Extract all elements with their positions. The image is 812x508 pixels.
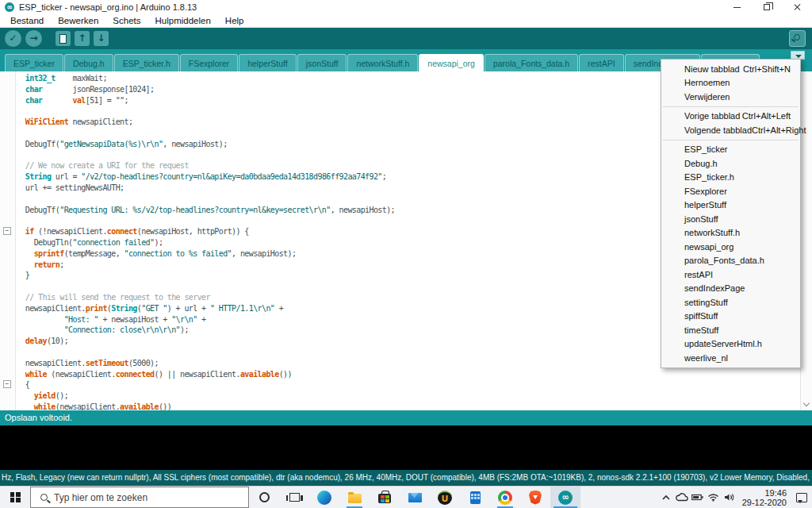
board-info-bar: Hz, Flash, Legacy (new can return nullpt…	[0, 470, 812, 486]
context-menu-item-sendIndexPage[interactable]: sendIndexPage	[661, 282, 800, 296]
file-explorer-button[interactable]	[339, 487, 370, 508]
context-menu-item-ESP_ticker[interactable]: ESP_ticker	[661, 143, 800, 157]
mail-button[interactable]	[400, 487, 430, 508]
status-message: Opslaan voltooid.	[5, 413, 72, 422]
context-menu-item-Debug.h[interactable]: Debug.h	[661, 156, 800, 171]
context-menu-item-weerlive_nl[interactable]: weerlive_nl	[661, 351, 800, 365]
status-bar: Opslaan voltooid.	[0, 410, 812, 425]
battery-tray-button[interactable]	[690, 494, 706, 501]
context-menu-item-parola_Fonts_data.h[interactable]: parola_Fonts_data.h	[661, 254, 800, 268]
arduino-ide-window: ∞ ESP_ticker - newsapi_org.ino | Arduino…	[0, 0, 812, 508]
utorrent-icon: U	[438, 491, 452, 505]
context-menu-item-ESP_ticker.h[interactable]: ESP_ticker.h	[661, 171, 800, 185]
action-center-icon	[796, 493, 807, 502]
tab-helperStuff[interactable]: helperStuff	[239, 54, 297, 71]
tab-ESP_ticker.h[interactable]: ESP_ticker.h	[114, 54, 179, 71]
arduino-icon: ∞	[558, 491, 573, 505]
context-menu-item-restAPI[interactable]: restAPI	[661, 267, 800, 282]
code-line: while (newsapiClient.connected() || news…	[17, 369, 799, 380]
tab-restAPI[interactable]: restAPI	[579, 54, 623, 71]
verify-button[interactable]: ✓	[5, 30, 21, 47]
taskbar-search-input[interactable]: Typ hier om te zoeken	[30, 487, 249, 508]
context-menu-item-settingStuff[interactable]: settingStuff	[661, 295, 800, 310]
tab-ESP_ticker[interactable]: ESP_ticker	[5, 54, 63, 71]
code-line: yield();	[17, 391, 799, 402]
wifi-icon	[707, 493, 719, 502]
menu-bewerken[interactable]: Bewerken	[51, 16, 105, 25]
context-menu-item-Verwijderen[interactable]: Verwijderen	[661, 90, 800, 104]
mail-icon	[408, 493, 422, 502]
arduino-app-icon: ∞	[5, 2, 14, 12]
tab-jsonStuff[interactable]: jsonStuff	[297, 54, 347, 71]
magnifier-icon	[794, 34, 800, 40]
minimize-button[interactable]	[722, 0, 752, 14]
close-button[interactable]	[782, 0, 812, 14]
context-menu-item-spiffStuff[interactable]: spiffStuff	[661, 310, 800, 324]
context-menu-item-FSexplorer[interactable]: FSexplorer	[661, 184, 800, 198]
menu-help[interactable]: Help	[218, 16, 251, 25]
edge-icon	[317, 491, 331, 505]
restore-button[interactable]	[752, 0, 782, 14]
battery-icon	[691, 494, 703, 501]
context-menu-item-networkStuff.h[interactable]: networkStuff.h	[661, 226, 800, 241]
document-icon	[59, 34, 67, 44]
brave-icon	[529, 491, 542, 505]
window-title: ESP_ticker - newsapi_org.ino | Arduino 1…	[19, 2, 197, 12]
shortcut-label: Ctrl+Alt+Right	[752, 125, 806, 135]
search-placeholder: Typ hier om te zoeken	[54, 492, 147, 503]
wifi-tray-button[interactable]	[706, 493, 722, 502]
vertical-scrollbar[interactable]	[800, 71, 812, 410]
fold-gutter	[0, 71, 16, 410]
tab-FSexplorer[interactable]: FSexplorer	[180, 54, 238, 71]
menu-bestand[interactable]: Bestand	[3, 16, 51, 25]
new-sketch-button[interactable]	[56, 31, 71, 46]
open-sketch-button[interactable]: ↑	[75, 31, 90, 46]
menu-schets[interactable]: Schets	[105, 16, 147, 25]
task-view-button[interactable]	[279, 487, 309, 508]
tab-newsapi_org[interactable]: newsapi_org	[419, 54, 484, 71]
context-menu-item-Nieuw tabblad[interactable]: Nieuw tabbladCtrl+Shift+N	[661, 62, 800, 76]
search-icon	[40, 494, 48, 501]
arduino-taskbar-button[interactable]: ∞	[550, 487, 580, 508]
board-info-text: Hz, Flash, Legacy (new can return nullpt…	[2, 473, 812, 482]
context-menu-item-Vorige tabblad[interactable]: Vorige tabbladCtrl+Alt+Left	[661, 110, 800, 124]
context-menu-item-timeStuff[interactable]: timeStuff	[661, 323, 800, 337]
start-button[interactable]	[0, 487, 30, 508]
upload-button[interactable]: →	[25, 30, 42, 47]
tab-networkStuff.h[interactable]: networkStuff.h	[347, 54, 418, 71]
edge-button[interactable]	[309, 487, 339, 508]
context-menu-item-updateServerHtml.h[interactable]: updateServerHtml.h	[661, 337, 800, 352]
fold-marker-icon[interactable]	[3, 380, 11, 388]
serial-monitor-button[interactable]	[789, 30, 806, 47]
chrome-icon	[498, 491, 512, 505]
chrome-button[interactable]	[490, 487, 520, 508]
save-sketch-button[interactable]: ↓	[94, 31, 109, 46]
taskbar-clock[interactable]: 19:46 29-12-2020	[742, 488, 787, 507]
context-menu-item-helperStuff[interactable]: helperStuff	[661, 198, 800, 213]
title-bar[interactable]: ∞ ESP_ticker - newsapi_org.ino | Arduino…	[0, 0, 812, 14]
tab-parola_Fonts_data.h[interactable]: parola_Fonts_data.h	[485, 54, 578, 71]
menu-hulpmiddelen[interactable]: Hulpmiddelen	[148, 16, 218, 25]
brave-button[interactable]	[520, 487, 550, 508]
context-menu-item-Volgende tabblad[interactable]: Volgende tabbladCtrl+Alt+Right	[661, 123, 800, 137]
menu-separator	[663, 140, 799, 140]
context-menu-item-Hernoemen[interactable]: Hernoemen	[661, 76, 800, 90]
tray-chevron-up[interactable]	[658, 495, 674, 501]
code-line: while(newsapiClient.available())	[17, 402, 799, 410]
speaker-icon	[724, 493, 735, 502]
tab-Debug.h[interactable]: Debug.h	[64, 54, 113, 71]
action-center-button[interactable]	[791, 493, 812, 502]
fold-marker-icon[interactable]	[3, 227, 11, 235]
context-menu-item-jsonStuff[interactable]: jsonStuff	[661, 212, 800, 226]
windows-taskbar: Typ hier om te zoeken U ∞	[0, 486, 812, 508]
calculator-button[interactable]	[460, 487, 490, 508]
store-button[interactable]	[370, 487, 400, 508]
menu-separator	[663, 106, 799, 107]
context-menu-item-newsapi_org[interactable]: newsapi_org	[661, 240, 800, 254]
cortana-button[interactable]	[249, 487, 279, 508]
onedrive-tray-button[interactable]	[674, 493, 690, 502]
utorrent-button[interactable]: U	[430, 487, 460, 508]
scrollbar-down-icon[interactable]	[803, 400, 810, 406]
volume-tray-button[interactable]	[722, 493, 737, 502]
chevron-up-icon	[661, 495, 671, 501]
